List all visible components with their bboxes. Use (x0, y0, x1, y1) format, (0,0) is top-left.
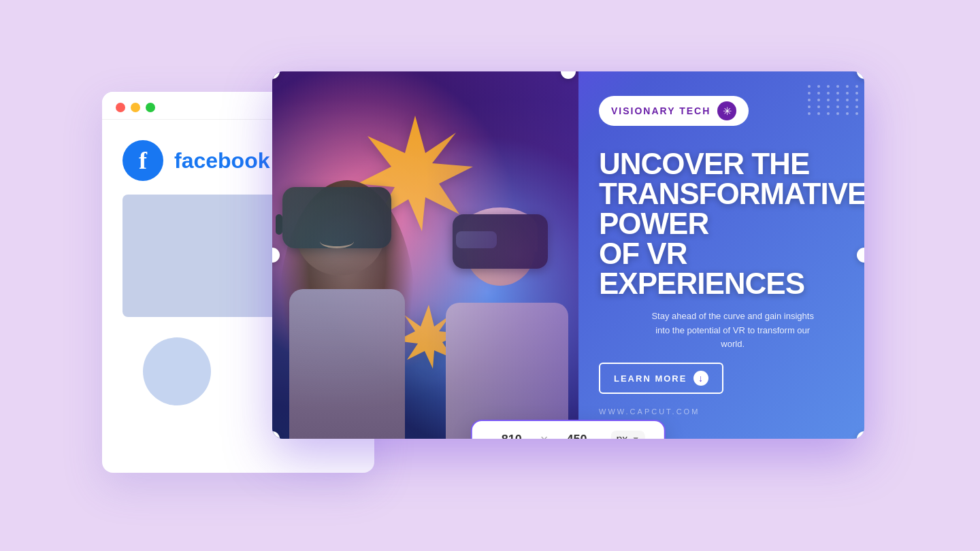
height-input[interactable] (556, 433, 597, 439)
unit-label: px (616, 433, 627, 439)
dot-decoration (827, 85, 830, 88)
dot-decoration (836, 92, 839, 95)
ad-subtext: Stay ahead of the curve and gain insight… (644, 310, 821, 352)
dot-decoration (817, 112, 820, 115)
fb-logo-icon: f (122, 140, 163, 181)
dot-decoration (846, 85, 849, 88)
dot-decoration (827, 92, 830, 95)
headline-line1: UNCOVER THE (599, 147, 809, 180)
unit-select[interactable]: px ▼ (610, 431, 645, 439)
dot-decoration (827, 99, 830, 101)
dot-decoration (846, 99, 849, 101)
ad-text-section: // Will be generated by JS below VISIONA… (578, 71, 864, 439)
ad-photo-section (272, 71, 578, 439)
dot-decoration (817, 85, 820, 88)
dot-decoration (836, 105, 839, 108)
dot-decoration (855, 105, 858, 108)
brand-pill: VISIONARY TECH ✳ (599, 96, 749, 126)
dot-decoration (836, 99, 839, 101)
dot-decoration (846, 92, 849, 95)
brand-asterisk-icon: ✳ (717, 101, 736, 120)
website-url: WWW.CAPCUT.COM (599, 407, 864, 416)
dot-decoration (808, 105, 811, 108)
dimension-bar: × px ▼ (471, 420, 666, 439)
cursor-arrow-icon (664, 438, 705, 439)
dot-decoration (808, 92, 811, 95)
brand-name: VISIONARY TECH (611, 105, 710, 116)
dot-pattern: // Will be generated by JS below (808, 85, 864, 115)
dot-decoration (817, 105, 820, 108)
headline-line3: OF VR EXPERIENCES (599, 237, 804, 300)
dot-decoration (846, 112, 849, 115)
dot-decoration (836, 112, 839, 115)
dot-decoration (808, 85, 811, 88)
dot-decoration (855, 92, 858, 95)
ad-card: // Will be generated by JS below VISIONA… (272, 71, 864, 439)
width-input[interactable] (491, 433, 532, 439)
dot-decoration (827, 112, 830, 115)
ad-headline: UNCOVER THE TRANSFORMATIVE POWER OF VR E… (599, 149, 864, 299)
traffic-light-green[interactable] (146, 103, 155, 112)
fb-preview-circle (143, 337, 211, 405)
dot-decoration (827, 105, 830, 108)
unit-dropdown-icon: ▼ (632, 435, 640, 439)
learn-more-button[interactable]: LEARN MORE ↓ (599, 363, 723, 394)
dot-decoration (836, 85, 839, 88)
dimension-separator: × (540, 432, 549, 439)
traffic-light-red[interactable] (116, 103, 125, 112)
headline-line2: TRANSFORMATIVE POWER (599, 177, 864, 240)
dot-decoration (808, 99, 811, 101)
dot-decoration (855, 85, 858, 88)
dot-decoration (817, 99, 820, 101)
dot-decoration (817, 92, 820, 95)
main-scene: f facebook ad (82, 37, 898, 514)
photo-overlay (272, 71, 578, 439)
learn-more-icon: ↓ (693, 371, 708, 386)
dot-decoration (855, 99, 858, 101)
dot-decoration (846, 105, 849, 108)
learn-more-label: LEARN MORE (614, 373, 687, 384)
dot-decoration (855, 112, 858, 115)
traffic-light-yellow[interactable] (131, 103, 140, 112)
dot-decoration (808, 112, 811, 115)
